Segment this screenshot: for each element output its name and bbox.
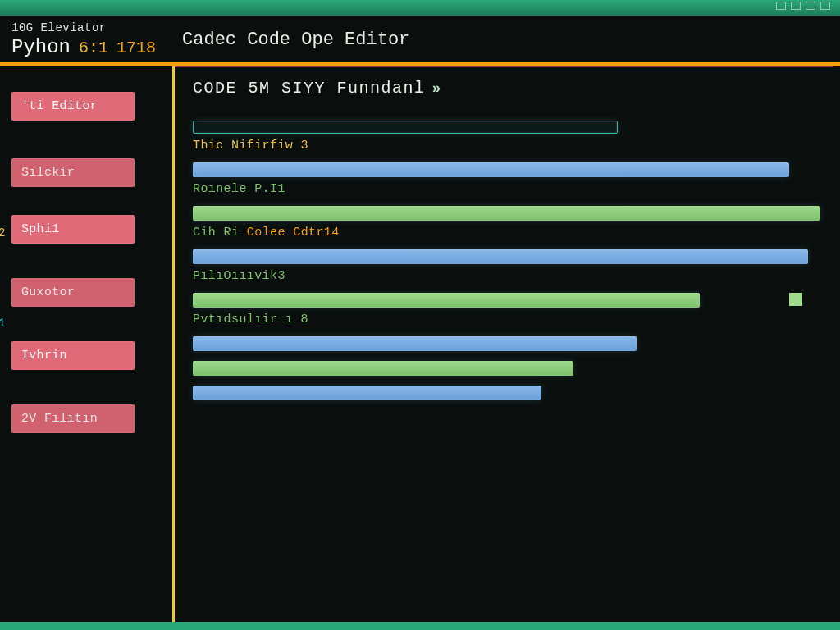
metric-label: Cih Ri Colee Cdtr14 bbox=[193, 226, 827, 240]
window-control-box[interactable] bbox=[820, 2, 830, 10]
tab-bar: 10G Eleviator Pyhon 6:1 1718 Cadec Code … bbox=[0, 16, 840, 62]
metric-bar bbox=[193, 162, 789, 177]
window-control-box[interactable] bbox=[776, 2, 786, 10]
sidebar-item[interactable]: Guxotor bbox=[11, 278, 135, 307]
sidebar-item[interactable]: 'ti Editor bbox=[11, 92, 135, 121]
metric-label: Pvtıdsulıir ı 8 bbox=[193, 313, 827, 326]
metric-rows: Thic Nifirfiw 3Roınele P.I1Cih Ri Colee … bbox=[193, 121, 827, 400]
tab-active-version-a: 6:1 bbox=[79, 39, 108, 57]
editor-panel: CODE 5M SIYY Funndanl » Thic Nifirfiw 3R… bbox=[172, 62, 840, 622]
metric-row: Cih Ri Colee Cdtr14 bbox=[193, 206, 827, 240]
metric-bar bbox=[193, 249, 808, 264]
metric-bar bbox=[193, 336, 637, 351]
metric-bar bbox=[193, 293, 700, 308]
metric-row: Thic Nifirfiw 3 bbox=[193, 121, 827, 153]
metric-bar bbox=[193, 206, 820, 221]
accent-stripe bbox=[0, 62, 840, 66]
gutter-marker: 2 bbox=[0, 226, 5, 240]
metric-row bbox=[193, 336, 827, 351]
metric-label: Thic Nifirfiw 3 bbox=[193, 139, 827, 153]
panel-heading-text: CODE 5M SIYY Funndanl bbox=[193, 79, 426, 98]
window-control-box[interactable] bbox=[806, 2, 815, 10]
sidebar-item-label: Ivhrin bbox=[21, 349, 67, 363]
sidebar-item-label: 2V Fılıtın bbox=[21, 412, 98, 426]
sidebar-item[interactable]: Ivhrin bbox=[11, 341, 135, 370]
metric-row: Pvtıdsulıir ı 8 bbox=[193, 293, 827, 326]
panel-heading: CODE 5M SIYY Funndanl » bbox=[193, 79, 827, 98]
window-controls bbox=[776, 2, 830, 10]
sidebar-item-label: Sılckir bbox=[21, 166, 75, 180]
metric-row bbox=[193, 361, 827, 376]
window-titlebar bbox=[0, 0, 840, 16]
metric-row: Roınele P.I1 bbox=[193, 162, 827, 196]
tab-hint: 10G Eleviator bbox=[11, 21, 156, 34]
tab-secondary[interactable]: Cadec Code Ope Editor bbox=[182, 30, 409, 50]
metric-label: PılıOıııvik3 bbox=[193, 269, 827, 283]
tab-active-name: Pyhon bbox=[11, 36, 71, 58]
chevron-right-icon: » bbox=[432, 80, 442, 97]
metric-bar bbox=[193, 386, 541, 400]
sidebar-item[interactable]: Sphi1 bbox=[11, 215, 135, 244]
tab-active-version-b: 1718 bbox=[116, 39, 156, 57]
metric-bar bbox=[193, 361, 573, 376]
sidebar-item[interactable]: Sılckir bbox=[11, 158, 135, 187]
window-control-box[interactable] bbox=[791, 2, 801, 10]
gutter-marker: 1 bbox=[0, 317, 5, 330]
sidebar-item-label: Guxotor bbox=[21, 285, 75, 299]
status-bar bbox=[0, 622, 840, 630]
sidebar-item-label: 'ti Editor bbox=[21, 99, 98, 113]
sidebar-item-label: Sphi1 bbox=[21, 222, 60, 236]
metric-label: Roınele P.I1 bbox=[193, 182, 827, 196]
metric-row: PılıOıııvik3 bbox=[193, 249, 827, 283]
tab-active[interactable]: Pyhon 6:1 1718 bbox=[11, 36, 156, 58]
sidebar: 2 1 'ti Editor Sılckir Sphi1 Guxotor Ivh… bbox=[0, 62, 172, 622]
metric-marker bbox=[789, 293, 802, 306]
sidebar-item[interactable]: 2V Fılıtın bbox=[11, 404, 135, 433]
metric-bar bbox=[193, 121, 618, 134]
metric-row bbox=[193, 386, 827, 400]
